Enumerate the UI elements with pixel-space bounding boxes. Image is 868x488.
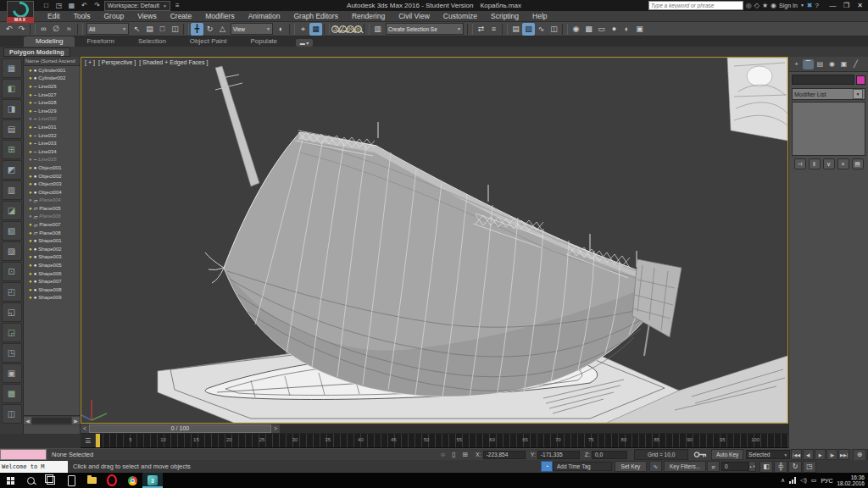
maximize-viewport-icon[interactable]: ◳: [803, 461, 816, 473]
new-key-default-in-out-tangents-icon[interactable]: ∿: [649, 461, 662, 472]
visibility-bulb-icon[interactable]: ●: [29, 271, 32, 276]
render-iterative-icon[interactable]: ◐: [620, 23, 633, 36]
menu-item[interactable]: Views: [131, 11, 164, 22]
angle-snap-icon[interactable]: ∠: [339, 25, 347, 33]
time-slider-handle[interactable]: 0 / 100: [89, 424, 271, 433]
visibility-bulb-icon[interactable]: ●: [29, 133, 32, 138]
explorer-row[interactable]: ●●Cylinder001: [24, 66, 80, 75]
use-pivot-center-icon[interactable]: ◐: [275, 23, 287, 36]
toggle-scene-explorer-icon[interactable]: ▧: [522, 23, 535, 36]
ribbon-tab[interactable]: Modeling: [24, 36, 75, 47]
tray-chevron-icon[interactable]: ∧: [781, 477, 785, 484]
strip-tool-icon[interactable]: ▥: [2, 180, 22, 200]
selection-lock-icon[interactable]: ▯: [448, 450, 459, 460]
undo-icon[interactable]: ↶: [3, 23, 15, 36]
visibility-bulb-icon[interactable]: ●: [29, 84, 32, 89]
separator[interactable]: [467, 24, 473, 35]
ribbon-tab[interactable]: Populate: [238, 36, 289, 47]
user-icon[interactable]: ◉: [771, 0, 776, 11]
curve-editor-icon[interactable]: ∿: [535, 23, 548, 36]
separator[interactable]: [289, 24, 295, 35]
explorer-row[interactable]: ●●Shape007: [24, 277, 80, 286]
explorer-row[interactable]: ●▱Plane004: [24, 197, 80, 205]
save-file-button[interactable]: ▦: [66, 1, 77, 10]
select-and-scale-icon[interactable]: △: [216, 23, 229, 36]
ribbon-tab[interactable]: Object Paint: [178, 36, 239, 47]
explorer-name-column-header[interactable]: Name (Sorted Ascend: [24, 57, 80, 66]
help-icon[interactable]: ?: [815, 0, 819, 11]
explorer-horizontal-scrollbar[interactable]: ◀ ▶: [24, 415, 80, 425]
object-name-input[interactable]: [793, 80, 857, 91]
viewport-shading-label[interactable]: [ Shaded + Edged Faces ]: [139, 59, 208, 65]
visibility-bulb-icon[interactable]: ●: [29, 197, 32, 202]
menu-item[interactable]: Create: [164, 11, 199, 22]
visibility-bulb-icon[interactable]: ●: [29, 190, 32, 195]
menu-item[interactable]: Rendering: [345, 11, 392, 22]
schematic-view-icon[interactable]: ◫: [548, 23, 560, 36]
separator[interactable]: [30, 24, 36, 35]
key-filters-button[interactable]: Key Filters...: [664, 461, 706, 472]
strip-tool-icon[interactable]: ◨: [2, 99, 22, 119]
visibility-bulb-icon[interactable]: ●: [29, 125, 32, 130]
viewport-menu-plus[interactable]: [ + ]: [85, 59, 95, 65]
toolbar-overflow-icon[interactable]: ≡: [172, 1, 183, 10]
ribbon-tab[interactable]: Freeform: [75, 36, 125, 47]
close-button[interactable]: ✕: [854, 1, 866, 10]
visibility-bulb-icon[interactable]: ●: [29, 287, 32, 292]
sign-in-button[interactable]: Sign In: [779, 3, 798, 8]
visibility-bulb-icon[interactable]: ●: [29, 214, 32, 219]
visibility-bulb-icon[interactable]: ●: [29, 206, 32, 211]
menu-item[interactable]: Graph Editors: [287, 11, 344, 22]
explorer-row[interactable]: ●~Line029: [24, 107, 80, 115]
strip-tool-icon[interactable]: ◲: [2, 323, 22, 342]
undo-button[interactable]: ↶: [79, 1, 90, 10]
volume-icon[interactable]: ◁): [800, 477, 807, 484]
separator[interactable]: [77, 24, 83, 35]
ribbon-tab[interactable]: Selection: [126, 36, 178, 47]
strip-tool-icon[interactable]: ◱: [2, 302, 22, 322]
workspace-dropdown[interactable]: Workspace: Default ▼: [104, 1, 170, 11]
previous-frame-arrow[interactable]: <: [81, 424, 89, 433]
next-frame-arrow[interactable]: >: [271, 424, 280, 433]
explorer-row[interactable]: ●●Object002: [24, 172, 80, 180]
strip-tool-icon[interactable]: ◳: [2, 343, 22, 363]
explorer-row[interactable]: ●~Line033: [24, 139, 80, 147]
visibility-bulb-icon[interactable]: ●: [29, 238, 32, 243]
edit-named-selection-sets-icon[interactable]: ▥: [371, 23, 384, 36]
configure-modifier-sets-button[interactable]: ▤: [852, 158, 864, 169]
tab-create[interactable]: +: [791, 59, 802, 69]
orbit-icon[interactable]: ↻: [788, 461, 802, 473]
strip-tool-icon[interactable]: ▤: [2, 119, 22, 139]
strip-tool-icon[interactable]: ⊞: [2, 140, 22, 159]
zoom-region-icon[interactable]: ◧: [760, 461, 773, 473]
restore-button[interactable]: ❐: [840, 1, 853, 10]
previous-frame-button[interactable]: ◀|: [803, 449, 814, 460]
visibility-bulb-icon[interactable]: ●: [29, 181, 32, 186]
explorer-row[interactable]: ●~Line032: [24, 131, 80, 140]
frame-spinner[interactable]: ▲▼: [748, 461, 756, 472]
search-input[interactable]: [649, 3, 743, 8]
tab-motion[interactable]: ◉: [826, 59, 837, 69]
open-file-button[interactable]: ◳: [53, 1, 64, 10]
visibility-bulb-icon[interactable]: ●: [29, 108, 32, 114]
next-frame-button[interactable]: |▶: [826, 449, 837, 460]
strip-tool-icon[interactable]: ⊡: [2, 262, 22, 281]
opera-button[interactable]: [102, 473, 122, 488]
polygon-modeling-panel[interactable]: Polygon Modeling: [3, 47, 70, 57]
strip-tool-icon[interactable]: ◰: [2, 282, 22, 302]
make-unique-button[interactable]: ∨: [823, 158, 835, 169]
3ds-max-taskbar-button[interactable]: 3: [142, 473, 163, 488]
communication-center-icon[interactable]: ✖: [807, 0, 813, 11]
menu-item[interactable]: Customize: [437, 11, 484, 22]
menu-item[interactable]: Modifiers: [198, 11, 241, 22]
visibility-bulb-icon[interactable]: ●: [29, 68, 32, 73]
menu-item[interactable]: Tools: [67, 11, 97, 22]
explorer-row[interactable]: ●●Shape001: [24, 236, 80, 245]
explorer-row[interactable]: ●~Line028: [24, 98, 80, 107]
visibility-bulb-icon[interactable]: ●: [29, 165, 32, 170]
visibility-bulb-icon[interactable]: ●: [29, 247, 32, 252]
explorer-row[interactable]: ●▱Plane007: [24, 220, 80, 229]
add-time-tag[interactable]: Add Time Tag: [553, 462, 612, 471]
explorer-row[interactable]: ●●Shape002: [24, 245, 80, 253]
scroll-left-icon[interactable]: ◀: [24, 417, 31, 424]
